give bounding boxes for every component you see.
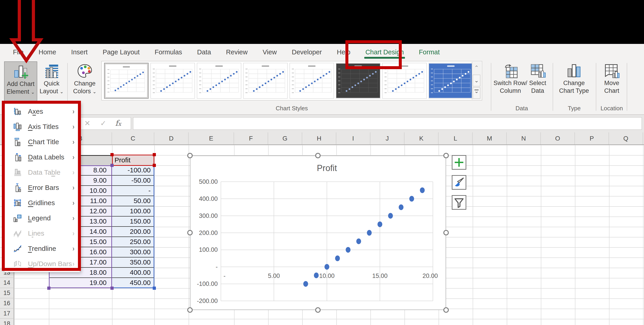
tab-file[interactable]: File [6,44,31,60]
row-header-14[interactable]: 14 [0,278,14,288]
menu-item-chart-title[interactable]: Chart Title› [4,134,80,149]
chart-resize-handle[interactable] [443,230,449,235]
enter-icon[interactable]: ✓ [100,119,106,128]
change-chart-type-button[interactable]: ChangeChart Type [557,61,591,102]
column-header-O[interactable]: O [541,132,575,144]
column-header-Q[interactable]: Q [609,132,643,144]
cell-y-value[interactable]: 50.00 [112,196,154,206]
chart-style-thumbnail-6[interactable] [336,63,380,99]
cell-y-value[interactable]: 200.00 [112,227,154,237]
range-handle[interactable] [110,153,114,156]
column-header-G[interactable]: G [268,132,302,144]
chart-resize-handle[interactable] [187,307,193,313]
row-header-16[interactable]: 16 [0,298,14,309]
embedded-chart[interactable]: 500.00400.00300.00200.00100.00--100.00-2… [190,156,446,310]
gallery-scroll-up-button[interactable]: ⌃ [473,62,480,74]
cell-y-value[interactable]: 300.00 [112,247,154,257]
add-chart-element-button[interactable]: Add Chart Element ⌄ [4,61,37,102]
menu-item-legend[interactable]: Legend› [4,210,80,226]
column-header-K[interactable]: K [404,132,438,144]
chart-resize-handle[interactable] [315,307,321,313]
column-header-P[interactable]: P [575,132,609,144]
filter-icon [454,197,464,208]
menu-item-gridlines[interactable]: Gridlines› [4,195,80,210]
column-header-F[interactable]: F [234,132,268,144]
column-header-M[interactable]: M [473,132,507,144]
range-handle[interactable] [47,286,50,290]
select-data-button[interactable]: SelectData [526,61,549,102]
chart-elements-button[interactable] [452,155,466,170]
range-handle[interactable] [153,164,156,167]
tab-view[interactable]: View [255,44,284,60]
tab-home[interactable]: Home [31,44,64,60]
tab-format[interactable]: Format [411,44,447,60]
cell-y-value[interactable]: 400.00 [112,268,154,278]
move-chart-button[interactable]: MoveChart [599,61,624,102]
chart-style-thumbnail-1[interactable] [104,63,148,99]
tab-data[interactable]: Data [190,44,218,60]
formula-input[interactable] [133,117,642,130]
chart-resize-handle[interactable] [187,230,193,235]
insert-function-icon[interactable]: fx [115,119,121,128]
chart-resize-handle[interactable] [187,153,193,158]
chart-filters-button[interactable] [452,195,466,210]
column-header-I[interactable]: I [336,132,370,144]
cell-y-value[interactable]: -50.00 [112,176,154,186]
range-handle[interactable] [110,286,114,290]
menu-item-axes[interactable]: Axes› [4,104,80,119]
tab-insert[interactable]: Insert [64,44,95,60]
cell-y-value[interactable]: 350.00 [112,257,154,268]
column-header-D[interactable]: D [154,132,188,144]
chart-style-thumbnail-3[interactable] [197,63,241,99]
cell-profit-header[interactable]: Profit [112,155,154,166]
cell-y-value[interactable]: 250.00 [112,237,154,247]
range-handle[interactable] [110,164,114,167]
cancel-icon[interactable]: ✕ [84,119,90,128]
chart-style-thumbnail-7[interactable] [382,63,427,99]
tab-chart-design[interactable]: Chart Design [358,44,411,60]
chart-resize-handle[interactable] [443,307,449,313]
column-header-N[interactable]: N [507,132,541,144]
grid-line [643,145,644,325]
chart-resize-handle[interactable] [315,153,321,158]
cell-y-value[interactable]: -100.00 [112,165,154,176]
tab-page-layout[interactable]: Page Layout [95,44,147,60]
column-header-L[interactable]: L [438,132,473,144]
tab-help[interactable]: Help [329,44,358,60]
menu-item-error-bars[interactable]: Error Bars› [4,180,80,195]
column-header-C[interactable]: C [112,132,154,144]
gallery-more-button[interactable]: ⌄ [473,87,480,99]
cell-x-value[interactable]: 19.00 [49,278,112,288]
menu-item-data-labels[interactable]: Data Labels› [4,149,80,165]
column-header-H[interactable]: H [302,132,336,144]
row-header-18[interactable]: 18 [0,319,14,325]
chart-styles-button[interactable] [452,175,466,190]
cell-y-value[interactable]: 450.00 [112,278,154,288]
column-header-E[interactable]: E [188,132,234,144]
row-header-17[interactable]: 17 [0,309,14,319]
change-colors-button[interactable]: Change Colors ⌄ [71,61,98,102]
tab-developer[interactable]: Developer [284,44,329,60]
chart-style-thumbnail-4[interactable] [243,63,288,99]
cell-y-value[interactable]: - [112,186,154,196]
tab-review[interactable]: Review [218,44,255,60]
chart-style-thumbnail-2[interactable] [150,63,195,99]
range-handle[interactable] [153,153,156,156]
gallery-scroll-down-button[interactable]: ⌄ [473,75,480,86]
tab-formulas[interactable]: Formulas [147,44,190,60]
svg-text:400.00: 400.00 [199,195,218,202]
chart-style-thumbnail-5[interactable] [290,63,334,99]
menu-item-trendline[interactable]: Trendline› [4,241,80,256]
cell-y-value[interactable]: 100.00 [112,206,154,216]
quick-layout-button[interactable]: Quick Layout ⌄ [39,61,64,102]
range-handle[interactable] [153,286,156,290]
chart-style-thumbnail-8[interactable] [428,63,473,99]
submenu-arrow-icon: › [73,168,74,176]
menu-item-axis-titles[interactable]: Axis Titles› [4,119,80,134]
column-header-J[interactable]: J [370,132,404,144]
switch-row-column-button[interactable]: Switch Row/Column [495,61,526,102]
cell-y-value[interactable]: 150.00 [112,216,154,227]
add-chart-element-icon [13,64,29,80]
chart-resize-handle[interactable] [443,153,449,158]
row-header-15[interactable]: 15 [0,288,14,298]
